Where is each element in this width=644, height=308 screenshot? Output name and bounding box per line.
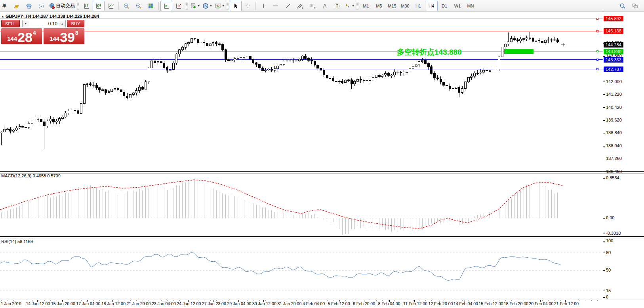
trendline-button[interactable] [282,1,294,11]
time-minor-tick [573,300,573,300]
auto-trading-button[interactable]: 自动交易 [48,1,76,11]
candlestick-series [0,32,566,149]
cursor-button[interactable] [230,1,242,11]
time-minor-tick [44,300,45,300]
time-axis-label: 23 Jan 04:00 [152,301,176,306]
equidistant-channel-button[interactable]: E [294,1,306,11]
rsi-label: RSI(14) 58.1169 [1,239,33,244]
tab-timeframe-H1[interactable]: H1 [412,1,425,11]
time-minor-tick [493,300,493,300]
svg-text:E: E [302,7,303,9]
sell-button[interactable]: SELL [1,20,20,27]
price-tick-mark [603,146,605,146]
tab-timeframe-W1[interactable]: W1 [451,1,464,11]
trendline-icon [285,3,291,9]
fibonacci-icon: F [309,3,316,9]
periods-button[interactable]: ▾ [201,1,213,11]
cloud-chart-icon [26,3,32,9]
time-minor-tick [229,300,229,300]
time-minor-tick [32,300,32,300]
vertical-line-button[interactable] [257,1,269,11]
signal-button[interactable] [35,1,47,11]
new-order-button[interactable]: 单 [0,1,10,11]
volume-down-button[interactable]: ▼ [23,20,29,27]
level-handle[interactable] [596,59,598,61]
zoom-out-button[interactable] [133,1,145,11]
zoom-out-icon [135,3,142,9]
tab-timeframe-D1[interactable]: D1 [438,1,451,11]
time-minor-tick [155,300,155,300]
price-tick-label: 141.220 [606,92,634,97]
time-axis-label: 4 Feb 04:00 [303,301,325,306]
arrows-button[interactable]: ▾ [343,1,355,11]
macd-pane[interactable] [0,173,603,236]
time-minor-tick [223,300,223,300]
tab-timeframe-M15[interactable]: M15 [386,1,398,11]
time-axis-label: 18 Feb 20:00 [504,301,528,306]
tab-timeframe-MN[interactable]: MN [464,1,477,11]
chat-icon [631,3,638,9]
templates-button[interactable]: ▾ [213,1,225,11]
time-minor-tick [302,300,303,300]
indicators-button[interactable]: ▾ [189,1,201,11]
arrows-icon [345,3,351,9]
tile-windows-button[interactable] [145,1,157,11]
text-button[interactable]: A [319,1,331,11]
zoom-in-icon [123,3,130,9]
zoom-in-button[interactable] [120,1,132,11]
rsi-tick-mark [603,297,605,298]
chat-button[interactable] [629,1,641,11]
price-badge-resistance: 145.138 [604,28,623,34]
price-badge-support: 142.787 [604,67,623,72]
time-minor-tick [597,300,598,300]
auto-scroll-button[interactable] [160,1,172,11]
search-icon [619,3,626,9]
time-minor-tick [407,300,407,300]
main-chart-pane[interactable] [0,12,603,171]
time-minor-tick [591,300,592,300]
time-minor-tick [462,300,463,300]
time-minor-tick [394,300,395,300]
bar-chart-button[interactable] [80,1,92,11]
time-minor-tick [382,300,383,300]
level-handle[interactable] [596,50,598,52]
search-button[interactable] [617,1,629,11]
time-minor-tick [93,300,94,300]
time-axis-label: 15 Feb 12:00 [479,301,503,306]
rsi-pane[interactable] [0,238,603,300]
price-badge-pivot: 143.880 [604,49,623,54]
level-handle[interactable] [596,30,598,32]
buy-price-tile[interactable]: 144 39 8 [44,28,84,44]
time-minor-tick [1,300,2,300]
volume-up-button[interactable]: ▲ [59,20,65,27]
gold-ingot-button[interactable] [11,1,23,11]
volume-input[interactable] [29,20,59,27]
tab-timeframe-M30[interactable]: M30 [399,1,412,11]
candlestick-chart-icon [95,3,102,9]
tab-timeframe-M1[interactable]: M1 [360,1,372,11]
buy-button[interactable]: BUY [67,20,84,27]
fibonacci-button[interactable]: F [307,1,318,11]
cloud-chart-button[interactable] [23,1,35,11]
time-axis-label: 8 Feb 04:00 [378,301,400,306]
toolbar-handle [356,2,358,10]
level-handle[interactable] [596,18,598,20]
horizontal-line-button[interactable] [270,1,282,11]
text-label-button[interactable]: T [331,1,343,11]
rsi-tick-label: 80 [606,250,634,255]
line-chart-button[interactable] [105,1,117,11]
level-handle[interactable] [596,68,598,70]
time-minor-tick [216,300,217,300]
macd-tick-label: -0.3818 [606,231,634,236]
tab-timeframe-H4[interactable]: H4 [425,1,438,11]
time-minor-tick [161,300,162,300]
toolbar-separator [118,2,119,10]
tab-timeframe-M5[interactable]: M5 [373,1,385,11]
time-axis-label: 20 Feb 04:00 [529,301,554,306]
candlestick-chart-button[interactable] [93,1,105,11]
sell-price-tile[interactable]: 144 28 4 [1,28,42,44]
chart-shift-button[interactable] [173,1,185,11]
time-minor-tick [560,300,561,300]
crosshair-button[interactable] [242,1,254,11]
time-minor-tick [26,300,26,300]
